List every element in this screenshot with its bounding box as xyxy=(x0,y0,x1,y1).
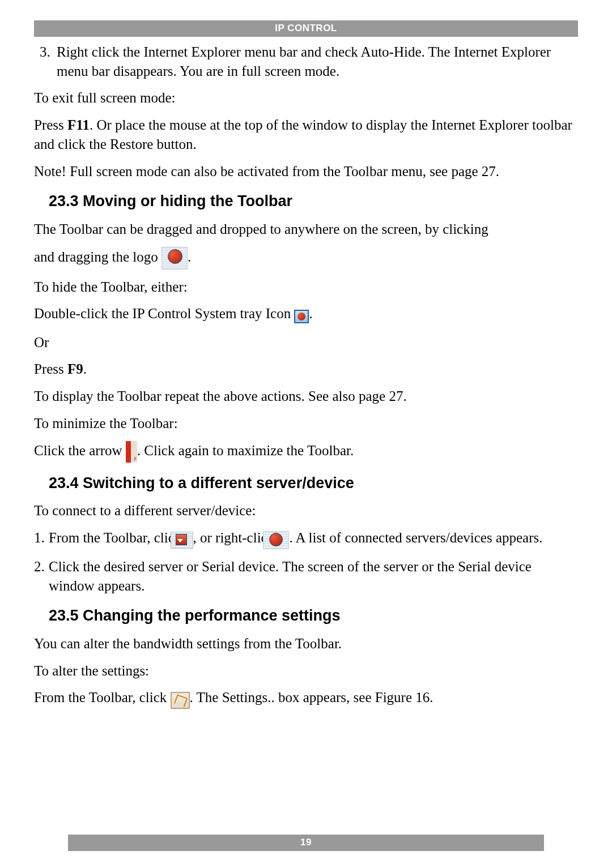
step-number: 1. xyxy=(34,528,49,548)
press-f9-line: Press F9. xyxy=(34,360,578,379)
heading-23-4: 23.4 Switching to a different server/dev… xyxy=(49,473,578,493)
connect-label: To connect to a different server/device: xyxy=(34,501,578,520)
drag-intro: The Toolbar can be dragged and dropped t… xyxy=(34,220,578,239)
header-title: IP CONTROL xyxy=(275,23,337,33)
click-arrow-line: Click the arrow . Click again to maximiz… xyxy=(34,441,578,463)
list-number: 3. xyxy=(40,42,57,62)
header-bar: IP CONTROL xyxy=(34,20,578,37)
drag-logo-line: and dragging the logo . xyxy=(34,247,578,270)
toolbar-logo-icon xyxy=(162,247,188,270)
toolbar-logo-icon xyxy=(278,529,289,549)
footer-bar: 19 xyxy=(68,835,544,851)
doubleclick-line: Double-click the IP Control System tray … xyxy=(34,304,578,324)
list-text: Right click the Internet Explorer menu b… xyxy=(57,44,551,79)
key-f11: F11 xyxy=(67,117,90,132)
tray-icon xyxy=(294,306,309,325)
hide-label: To hide the Toolbar, either: xyxy=(34,277,578,297)
page-content: 3.Right click the Internet Explorer menu… xyxy=(34,42,578,709)
heading-23-3: 23.3 Moving or hiding the Toolbar xyxy=(49,191,578,211)
press-f11-line: Press F11. Or place the mouse at the top… xyxy=(34,116,578,154)
heading-23-5: 23.5 Changing the performance settings xyxy=(49,605,578,626)
exit-fullscreen-label: To exit full screen mode: xyxy=(34,88,578,108)
key-f9: F9 xyxy=(67,361,83,377)
step-1: 1.From the Toolbar, click , or right-cli… xyxy=(34,528,578,549)
display-repeat: To display the Toolbar repeat the above … xyxy=(34,387,578,406)
from-toolbar-line: From the Toolbar, click . The Settings..… xyxy=(34,688,578,708)
minimize-arrow-icon xyxy=(126,441,137,463)
list-item-3: 3.Right click the Internet Explorer menu… xyxy=(40,42,578,81)
note-fullscreen: Note! Full screen mode can also be activ… xyxy=(34,162,578,181)
step-number: 2. xyxy=(34,557,49,576)
step-2: 2.Click the desired server or Serial dev… xyxy=(34,557,578,596)
minimize-label: To minimize the Toolbar: xyxy=(34,414,578,433)
alter-bandwidth: You can alter the bandwidth settings fro… xyxy=(34,634,578,653)
or-label: Or xyxy=(34,333,578,352)
alter-label: To alter the settings: xyxy=(34,661,578,681)
server-list-icon xyxy=(185,529,193,549)
page-number: 19 xyxy=(300,837,312,848)
settings-icon xyxy=(171,690,190,709)
